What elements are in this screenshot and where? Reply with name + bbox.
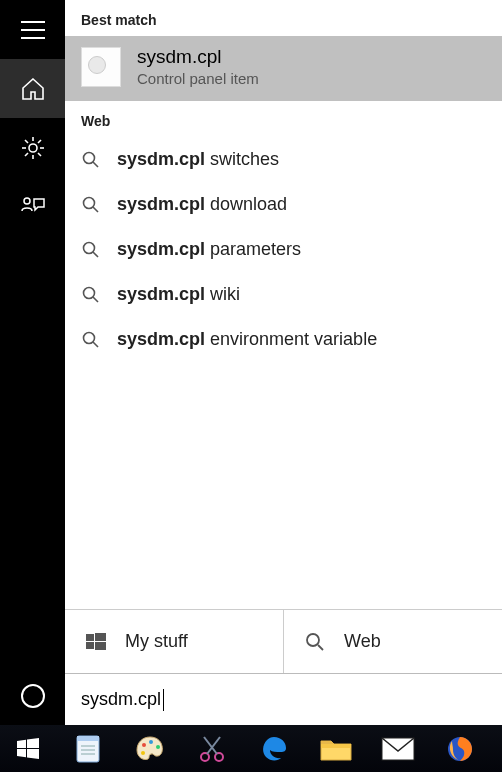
web-header: Web: [65, 101, 502, 137]
web-suggestions-list: sysdm.cpl switches sysdm.cpl download sy…: [65, 137, 502, 362]
svg-line-9: [38, 153, 41, 156]
search-input[interactable]: sysdm.cpl: [65, 673, 502, 725]
svg-line-19: [93, 252, 98, 257]
svg-point-39: [142, 743, 146, 747]
svg-point-14: [84, 152, 95, 163]
search-results-panel: Best match sysdm.cpl Control panel item …: [65, 0, 502, 725]
best-match-title: sysdm.cpl: [137, 46, 259, 68]
search-icon: [81, 331, 101, 349]
svg-rect-35: [77, 736, 99, 741]
svg-point-16: [84, 197, 95, 208]
svg-marker-31: [27, 738, 39, 748]
web-suggestion-text: sysdm.cpl wiki: [117, 284, 240, 305]
tab-web[interactable]: Web: [283, 610, 502, 673]
text-cursor: [163, 689, 164, 711]
svg-marker-32: [17, 749, 26, 757]
svg-point-12: [24, 198, 30, 204]
svg-line-29: [318, 645, 323, 650]
control-panel-item-icon: [81, 47, 121, 87]
svg-line-45: [207, 737, 220, 754]
svg-rect-24: [86, 634, 94, 641]
svg-rect-25: [95, 633, 106, 641]
search-icon: [304, 632, 326, 652]
home-icon[interactable]: [0, 59, 65, 118]
svg-rect-27: [95, 642, 106, 650]
tab-my-stuff-label: My stuff: [125, 631, 188, 652]
svg-point-13: [22, 685, 44, 707]
svg-line-10: [38, 140, 41, 143]
web-suggestion[interactable]: sysdm.cpl wiki: [65, 272, 502, 317]
search-icon: [81, 151, 101, 169]
hamburger-icon[interactable]: [0, 0, 65, 59]
search-icon: [81, 286, 101, 304]
taskbar-app-paint[interactable]: [126, 729, 174, 769]
search-icon: [81, 196, 101, 214]
web-suggestion-text: sysdm.cpl download: [117, 194, 287, 215]
svg-point-28: [307, 634, 319, 646]
search-input-value: sysdm.cpl: [81, 689, 161, 710]
svg-point-3: [29, 144, 37, 152]
web-suggestion[interactable]: sysdm.cpl switches: [65, 137, 502, 182]
taskbar: [0, 725, 502, 772]
search-icon: [81, 241, 101, 259]
tab-my-stuff[interactable]: My stuff: [65, 610, 283, 673]
svg-line-21: [93, 297, 98, 302]
svg-rect-26: [86, 642, 94, 649]
svg-point-18: [84, 242, 95, 253]
svg-line-11: [25, 153, 28, 156]
svg-point-22: [84, 332, 95, 343]
web-suggestion-text: sysdm.cpl parameters: [117, 239, 301, 260]
windows-logo-icon: [85, 632, 107, 652]
taskbar-app-firefox[interactable]: [436, 729, 484, 769]
taskbar-app-notepad[interactable]: [64, 729, 112, 769]
svg-line-46: [204, 737, 217, 754]
feedback-icon[interactable]: [0, 177, 65, 236]
web-suggestion-text: sysdm.cpl switches: [117, 149, 279, 170]
svg-point-41: [156, 745, 160, 749]
svg-line-15: [93, 162, 98, 167]
best-match-header: Best match: [65, 0, 502, 36]
svg-line-23: [93, 342, 98, 347]
svg-marker-33: [27, 749, 39, 759]
svg-point-20: [84, 287, 95, 298]
svg-point-42: [141, 751, 145, 755]
web-suggestion[interactable]: sysdm.cpl parameters: [65, 227, 502, 272]
svg-rect-47: [321, 744, 351, 748]
settings-gear-icon[interactable]: [0, 118, 65, 177]
tab-web-label: Web: [344, 631, 381, 652]
web-suggestion-text: sysdm.cpl environment variable: [117, 329, 377, 350]
svg-line-8: [25, 140, 28, 143]
svg-line-17: [93, 207, 98, 212]
start-button[interactable]: [6, 725, 50, 772]
taskbar-app-snipping-tool[interactable]: [188, 729, 236, 769]
best-match-subtitle: Control panel item: [137, 70, 259, 87]
cortana-left-rail: [0, 0, 65, 725]
web-suggestion[interactable]: sysdm.cpl download: [65, 182, 502, 227]
search-scope-tabs: My stuff Web: [65, 609, 502, 673]
svg-point-40: [149, 740, 153, 744]
cortana-circle-icon[interactable]: [0, 666, 65, 725]
taskbar-app-file-explorer[interactable]: [312, 729, 360, 769]
best-match-result[interactable]: sysdm.cpl Control panel item: [65, 36, 502, 101]
taskbar-app-mail[interactable]: [374, 729, 422, 769]
web-suggestion[interactable]: sysdm.cpl environment variable: [65, 317, 502, 362]
svg-marker-30: [17, 739, 26, 747]
taskbar-app-edge[interactable]: [250, 729, 298, 769]
